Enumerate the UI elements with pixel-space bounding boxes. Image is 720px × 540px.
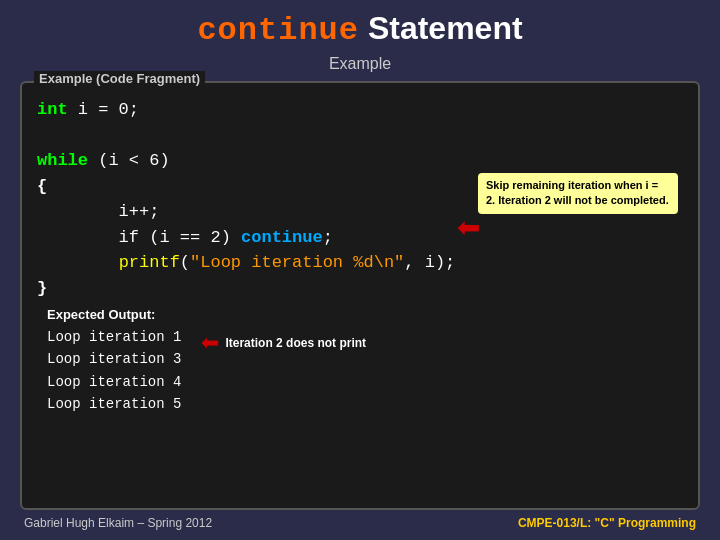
- title-statement: Statement: [359, 10, 523, 46]
- output-line-4: Loop iteration 5: [47, 393, 181, 415]
- code-line-brace-close: }: [37, 276, 683, 302]
- expected-label: Expected Output:: [47, 307, 683, 322]
- keyword-printf: printf: [119, 253, 180, 272]
- page: continue Statement Example Example (Code…: [0, 0, 720, 540]
- code-printf-paren: (: [180, 253, 190, 272]
- code-normal-1: i = 0;: [68, 100, 139, 119]
- footer: Gabriel Hugh Elkaim – Spring 2012 CMPE-0…: [20, 516, 700, 530]
- callout-box: Skip remaining iteration when i = 2. Ite…: [478, 173, 678, 214]
- code-line-1: int i = 0;: [37, 97, 683, 123]
- title-continue: continue: [197, 12, 359, 49]
- code-normal-while: (i < 6): [88, 151, 170, 170]
- brace-close: }: [37, 279, 47, 298]
- subtitle: Example: [329, 55, 391, 73]
- keyword-int: int: [37, 100, 68, 119]
- output-line-2: Loop iteration 3: [47, 348, 181, 370]
- code-printf-args: , i);: [404, 253, 455, 272]
- code-semicolon: ;: [323, 228, 333, 247]
- code-line-if: if (i == 2) continue;: [37, 225, 683, 251]
- code-fragment-box: Example (Code Fragment) int i = 0; while…: [20, 81, 700, 510]
- code-box-title: Example (Code Fragment): [34, 71, 205, 86]
- output-line-1: Loop iteration 1: [47, 326, 181, 348]
- output-line-3: Loop iteration 4: [47, 371, 181, 393]
- code-line-while: while (i < 6): [37, 148, 683, 174]
- annotation-arrow-icon: ⬅: [201, 330, 219, 356]
- code-iplus: i++;: [37, 202, 159, 221]
- keyword-continue: continue: [241, 228, 323, 247]
- code-string: "Loop iteration %d\n": [190, 253, 404, 272]
- title-area: continue Statement: [20, 10, 700, 49]
- brace-open: {: [37, 177, 47, 196]
- code-line-printf: printf("Loop iteration %d\n", i);: [37, 250, 683, 276]
- footer-left: Gabriel Hugh Elkaim – Spring 2012: [24, 516, 212, 530]
- annotation-text: Iteration 2 does not print: [225, 336, 366, 350]
- output-lines: Loop iteration 1 Loop iteration 3 Loop i…: [47, 326, 683, 416]
- code-line-blank: [37, 123, 683, 149]
- footer-right: CMPE-013/L: "C" Programming: [518, 516, 696, 530]
- expected-output: Expected Output: Loop iteration 1 Loop i…: [37, 307, 683, 416]
- output-annotation: ⬅ Iteration 2 does not print: [201, 330, 366, 356]
- output-code: Loop iteration 1 Loop iteration 3 Loop i…: [47, 326, 181, 416]
- code-if: if (i == 2): [37, 228, 241, 247]
- keyword-while: while: [37, 151, 88, 170]
- arrow-icon: ⬅: [457, 211, 480, 244]
- code-printf-label: [37, 253, 119, 272]
